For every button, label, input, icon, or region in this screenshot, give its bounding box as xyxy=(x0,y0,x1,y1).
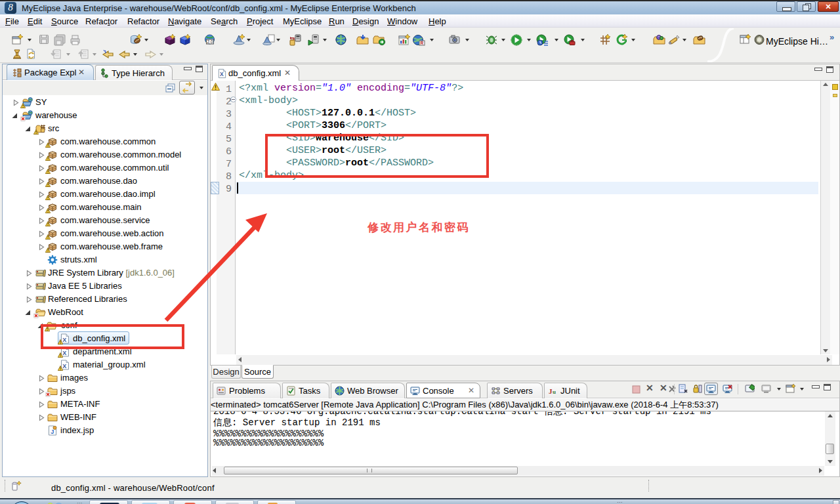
svg-text:2.0: 2.0 xyxy=(207,39,213,44)
svg-text:R: R xyxy=(421,41,424,45)
svg-text:u: u xyxy=(553,388,556,395)
